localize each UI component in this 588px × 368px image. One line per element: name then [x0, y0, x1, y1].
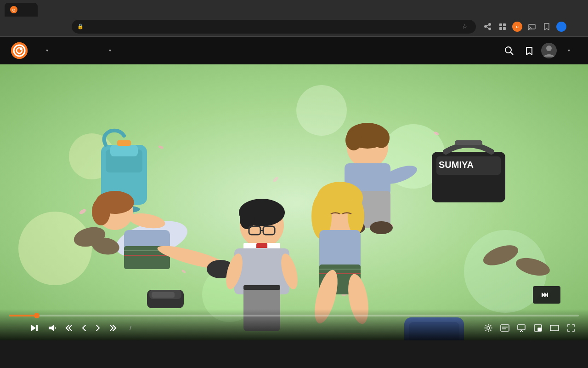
- svg-point-39: [112, 214, 192, 264]
- svg-rect-112: [550, 325, 559, 331]
- forward30-button[interactable]: [92, 322, 104, 334]
- user-menu-chevron[interactable]: ▾: [560, 42, 577, 59]
- svg-rect-109: [518, 325, 525, 330]
- svg-point-27: [272, 176, 279, 183]
- svg-point-28: [387, 224, 393, 228]
- rewind30-button[interactable]: [62, 322, 76, 334]
- nav-manga[interactable]: [57, 47, 68, 54]
- lock-icon: 🔒: [77, 23, 84, 29]
- new-tab-button[interactable]: [38, 4, 51, 17]
- svg-rect-106: [501, 325, 509, 331]
- theater-mode-button[interactable]: [547, 320, 562, 336]
- tab-favicon: C: [10, 6, 17, 13]
- share-icon[interactable]: [481, 20, 494, 33]
- play-button[interactable]: [9, 320, 25, 336]
- svg-rect-73: [256, 243, 267, 270]
- subtitles-button[interactable]: [497, 320, 513, 336]
- user-menu-button[interactable]: [541, 43, 557, 58]
- forward130-button[interactable]: [106, 322, 120, 334]
- svg-point-36: [108, 206, 140, 213]
- tab-close-btn[interactable]: [25, 6, 32, 13]
- svg-point-78: [223, 252, 246, 291]
- svg-point-65: [370, 221, 393, 234]
- svg-point-83: [348, 198, 364, 235]
- address-input[interactable]: 🔒 ☆: [72, 20, 476, 34]
- cast-icon[interactable]: [526, 20, 538, 33]
- forward-button[interactable]: [22, 20, 35, 33]
- fullscreen-button[interactable]: [563, 320, 579, 336]
- svg-rect-44: [124, 230, 170, 253]
- tab-bar: C: [5, 0, 51, 17]
- miniplayer-button[interactable]: [530, 320, 546, 336]
- svg-point-55: [347, 123, 388, 149]
- rewind10-button[interactable]: [78, 322, 90, 334]
- svg-point-80: [318, 190, 362, 234]
- svg-rect-61: [345, 163, 390, 196]
- svg-text:SUMIYA: SUMIYA: [439, 160, 474, 170]
- svg-rect-53: [455, 140, 482, 145]
- svg-point-68: [240, 211, 254, 229]
- volume-button[interactable]: [44, 320, 60, 336]
- logo-link[interactable]: [11, 42, 31, 59]
- star-icon[interactable]: ☆: [459, 21, 470, 32]
- user-avatar: [556, 22, 566, 32]
- svg-point-48: [156, 242, 230, 274]
- progress-bar[interactable]: [9, 315, 579, 316]
- nav-games[interactable]: [72, 47, 83, 54]
- svg-point-93: [90, 236, 120, 257]
- svg-point-57: [373, 128, 390, 148]
- settings-button[interactable]: [481, 320, 496, 336]
- nav-browse[interactable]: ▾: [39, 44, 54, 57]
- svg-point-42: [92, 198, 110, 225]
- svg-point-31: [341, 293, 348, 296]
- crunchyroll-ext-icon[interactable]: C: [511, 20, 524, 33]
- svg-point-56: [345, 130, 362, 150]
- svg-point-81: [317, 182, 363, 214]
- svg-rect-18: [0, 64, 588, 340]
- airplay-button[interactable]: [514, 320, 529, 336]
- news-chevron: ▾: [109, 48, 111, 53]
- nav-news[interactable]: ▾: [102, 44, 117, 57]
- svg-rect-75: [234, 248, 289, 294]
- logo-icon: [11, 42, 28, 59]
- svg-point-17: [546, 46, 552, 51]
- svg-rect-69: [249, 226, 260, 235]
- svg-point-43: [128, 211, 166, 230]
- extensions-icon[interactable]: [496, 20, 509, 33]
- nav-store[interactable]: [87, 47, 98, 54]
- svg-point-79: [278, 252, 301, 291]
- back-button[interactable]: [6, 20, 18, 33]
- time-separator: /: [130, 325, 131, 332]
- skip-icon: ⏭: [541, 291, 549, 299]
- svg-rect-72: [243, 243, 280, 252]
- home-button[interactable]: [55, 20, 68, 33]
- svg-rect-77: [243, 285, 280, 290]
- address-bar: 🔒 ☆ C: [0, 17, 588, 37]
- svg-rect-103: [36, 325, 38, 331]
- svg-rect-96: [147, 290, 184, 308]
- video-controls: /: [0, 309, 588, 340]
- svg-rect-5: [503, 27, 506, 30]
- menu-button[interactable]: [570, 20, 582, 33]
- refresh-button[interactable]: [39, 20, 51, 33]
- svg-point-41: [96, 191, 134, 214]
- svg-text:C: C: [516, 24, 519, 29]
- right-controls: [481, 320, 579, 336]
- search-button[interactable]: [501, 42, 517, 59]
- svg-point-49: [207, 260, 234, 278]
- active-tab[interactable]: C: [5, 3, 38, 17]
- svg-point-62: [380, 162, 419, 188]
- svg-rect-87: [319, 264, 361, 294]
- skip-intro-button[interactable]: ⏭: [533, 286, 561, 304]
- svg-rect-98: [152, 292, 175, 298]
- profile-button[interactable]: [555, 20, 568, 33]
- next-episode-button[interactable]: [27, 320, 42, 336]
- svg-point-25: [79, 208, 87, 215]
- watchlist-button[interactable]: [521, 42, 537, 59]
- bookmark-icon[interactable]: [540, 20, 553, 33]
- svg-rect-63: [345, 191, 390, 228]
- cr-extension: C: [512, 22, 522, 32]
- svg-point-30: [181, 269, 186, 274]
- svg-rect-38: [119, 141, 129, 145]
- svg-rect-50: [432, 152, 505, 202]
